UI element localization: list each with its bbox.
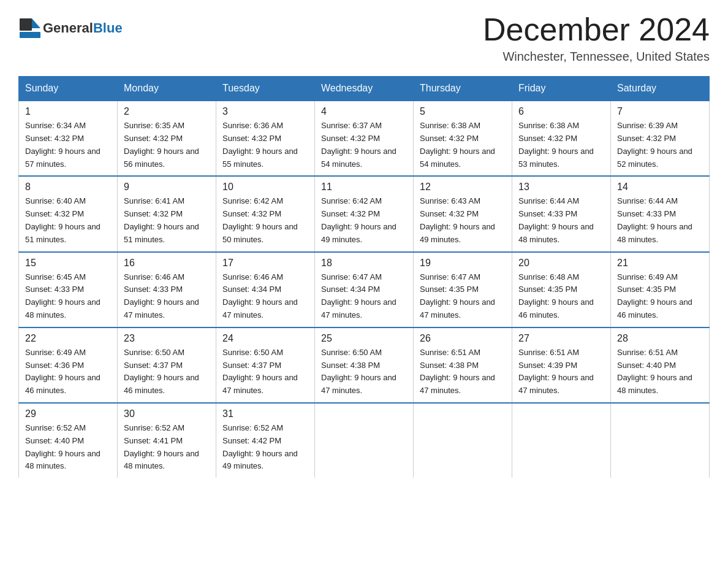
day-info: Sunrise: 6:51 AM Sunset: 4:40 PM Dayligh… <box>617 347 703 397</box>
week-row-3: 15 Sunrise: 6:45 AM Sunset: 4:33 PM Dayl… <box>19 252 710 327</box>
day-cell-4: 4 Sunrise: 6:37 AM Sunset: 4:32 PM Dayli… <box>315 101 414 176</box>
day-info: Sunrise: 6:42 AM Sunset: 4:32 PM Dayligh… <box>222 195 308 246</box>
day-cell-16: 16 Sunrise: 6:46 AM Sunset: 4:33 PM Dayl… <box>118 252 216 327</box>
day-info: Sunrise: 6:52 AM Sunset: 4:42 PM Dayligh… <box>222 422 308 473</box>
day-cell-1: 1 Sunrise: 6:34 AM Sunset: 4:32 PM Dayli… <box>19 101 118 176</box>
day-number: 4 <box>321 106 407 117</box>
logo-icon <box>18 17 40 39</box>
day-info: Sunrise: 6:50 AM Sunset: 4:37 PM Dayligh… <box>124 347 210 397</box>
header-wednesday: Wednesday <box>315 77 414 101</box>
location-subtitle: Winchester, Tennessee, United States <box>483 50 710 64</box>
day-number: 1 <box>25 106 111 117</box>
day-info: Sunrise: 6:41 AM Sunset: 4:32 PM Dayligh… <box>124 195 210 246</box>
day-info: Sunrise: 6:36 AM Sunset: 4:32 PM Dayligh… <box>222 120 308 170</box>
day-cell-25: 25 Sunrise: 6:50 AM Sunset: 4:38 PM Dayl… <box>315 327 414 403</box>
day-number: 8 <box>25 182 111 193</box>
day-info: Sunrise: 6:37 AM Sunset: 4:32 PM Dayligh… <box>321 120 407 170</box>
calendar-table: Sunday Monday Tuesday Wednesday Thursday… <box>18 76 710 478</box>
day-cell-14: 14 Sunrise: 6:44 AM Sunset: 4:33 PM Dayl… <box>611 176 710 251</box>
day-info: Sunrise: 6:38 AM Sunset: 4:32 PM Dayligh… <box>518 120 604 170</box>
day-number: 13 <box>518 182 604 193</box>
day-number: 14 <box>617 182 703 193</box>
day-cell-27: 27 Sunrise: 6:51 AM Sunset: 4:39 PM Dayl… <box>512 327 611 403</box>
logo-general-text: General <box>43 20 93 36</box>
day-number: 5 <box>420 106 506 117</box>
logo: GeneralBlue <box>18 17 123 39</box>
logo-blue-text: Blue <box>93 20 123 36</box>
header-monday: Monday <box>118 77 216 101</box>
svg-marker-1 <box>32 18 40 28</box>
day-cell-18: 18 Sunrise: 6:47 AM Sunset: 4:34 PM Dayl… <box>315 252 414 327</box>
weekday-header-row: Sunday Monday Tuesday Wednesday Thursday… <box>19 77 710 101</box>
day-number: 20 <box>518 258 604 269</box>
day-cell-10: 10 Sunrise: 6:42 AM Sunset: 4:32 PM Dayl… <box>216 176 315 251</box>
day-cell-20: 20 Sunrise: 6:48 AM Sunset: 4:35 PM Dayl… <box>512 252 611 327</box>
day-cell-22: 22 Sunrise: 6:49 AM Sunset: 4:36 PM Dayl… <box>19 327 118 403</box>
day-info: Sunrise: 6:46 AM Sunset: 4:34 PM Dayligh… <box>222 271 308 322</box>
month-title: December 2024 <box>483 12 710 47</box>
week-row-4: 22 Sunrise: 6:49 AM Sunset: 4:36 PM Dayl… <box>19 327 710 403</box>
day-number: 12 <box>420 182 506 193</box>
day-info: Sunrise: 6:42 AM Sunset: 4:32 PM Dayligh… <box>321 195 407 246</box>
day-number: 25 <box>321 333 407 344</box>
header-sunday: Sunday <box>19 77 118 101</box>
day-number: 7 <box>617 106 703 117</box>
day-number: 18 <box>321 258 407 269</box>
day-cell-21: 21 Sunrise: 6:49 AM Sunset: 4:35 PM Dayl… <box>611 252 710 327</box>
day-cell-13: 13 Sunrise: 6:44 AM Sunset: 4:33 PM Dayl… <box>512 176 611 251</box>
day-number: 6 <box>518 106 604 117</box>
day-cell-19: 19 Sunrise: 6:47 AM Sunset: 4:35 PM Dayl… <box>414 252 512 327</box>
day-info: Sunrise: 6:52 AM Sunset: 4:41 PM Dayligh… <box>124 422 210 473</box>
day-info: Sunrise: 6:50 AM Sunset: 4:38 PM Dayligh… <box>321 347 407 397</box>
day-cell-6: 6 Sunrise: 6:38 AM Sunset: 4:32 PM Dayli… <box>512 101 611 176</box>
day-info: Sunrise: 6:38 AM Sunset: 4:32 PM Dayligh… <box>420 120 506 170</box>
day-cell-15: 15 Sunrise: 6:45 AM Sunset: 4:33 PM Dayl… <box>19 252 118 327</box>
day-info: Sunrise: 6:44 AM Sunset: 4:33 PM Dayligh… <box>518 195 604 246</box>
day-cell-24: 24 Sunrise: 6:50 AM Sunset: 4:37 PM Dayl… <box>216 327 315 403</box>
day-cell-33 <box>414 403 512 478</box>
day-cell-11: 11 Sunrise: 6:42 AM Sunset: 4:32 PM Dayl… <box>315 176 414 251</box>
day-info: Sunrise: 6:46 AM Sunset: 4:33 PM Dayligh… <box>124 271 210 322</box>
day-info: Sunrise: 6:34 AM Sunset: 4:32 PM Dayligh… <box>25 120 111 170</box>
day-cell-8: 8 Sunrise: 6:40 AM Sunset: 4:32 PM Dayli… <box>19 176 118 251</box>
day-info: Sunrise: 6:35 AM Sunset: 4:32 PM Dayligh… <box>124 120 210 170</box>
week-row-2: 8 Sunrise: 6:40 AM Sunset: 4:32 PM Dayli… <box>19 176 710 251</box>
day-cell-34 <box>512 403 611 478</box>
day-number: 3 <box>222 106 308 117</box>
day-number: 17 <box>222 258 308 269</box>
day-cell-7: 7 Sunrise: 6:39 AM Sunset: 4:32 PM Dayli… <box>611 101 710 176</box>
day-number: 28 <box>617 333 703 344</box>
day-number: 21 <box>617 258 703 269</box>
day-number: 26 <box>420 333 506 344</box>
day-number: 29 <box>25 408 111 419</box>
day-info: Sunrise: 6:43 AM Sunset: 4:32 PM Dayligh… <box>420 195 506 246</box>
day-number: 24 <box>222 333 308 344</box>
day-number: 11 <box>321 182 407 193</box>
svg-rect-2 <box>20 32 40 38</box>
day-info: Sunrise: 6:51 AM Sunset: 4:38 PM Dayligh… <box>420 347 506 397</box>
day-cell-3: 3 Sunrise: 6:36 AM Sunset: 4:32 PM Dayli… <box>216 101 315 176</box>
day-cell-35 <box>611 403 710 478</box>
day-cell-29: 29 Sunrise: 6:52 AM Sunset: 4:40 PM Dayl… <box>19 403 118 478</box>
day-info: Sunrise: 6:45 AM Sunset: 4:33 PM Dayligh… <box>25 271 111 322</box>
day-cell-23: 23 Sunrise: 6:50 AM Sunset: 4:37 PM Dayl… <box>118 327 216 403</box>
title-area: December 2024 Winchester, Tennessee, Uni… <box>483 12 710 64</box>
header-tuesday: Tuesday <box>216 77 315 101</box>
day-info: Sunrise: 6:44 AM Sunset: 4:33 PM Dayligh… <box>617 195 703 246</box>
day-cell-26: 26 Sunrise: 6:51 AM Sunset: 4:38 PM Dayl… <box>414 327 512 403</box>
day-info: Sunrise: 6:39 AM Sunset: 4:32 PM Dayligh… <box>617 120 703 170</box>
day-number: 9 <box>124 182 210 193</box>
day-cell-9: 9 Sunrise: 6:41 AM Sunset: 4:32 PM Dayli… <box>118 176 216 251</box>
day-info: Sunrise: 6:49 AM Sunset: 4:36 PM Dayligh… <box>25 347 111 397</box>
day-cell-5: 5 Sunrise: 6:38 AM Sunset: 4:32 PM Dayli… <box>414 101 512 176</box>
day-number: 27 <box>518 333 604 344</box>
day-number: 30 <box>124 408 210 419</box>
day-info: Sunrise: 6:49 AM Sunset: 4:35 PM Dayligh… <box>617 271 703 322</box>
day-number: 31 <box>222 408 308 419</box>
header-saturday: Saturday <box>611 77 710 101</box>
day-number: 23 <box>124 333 210 344</box>
day-cell-17: 17 Sunrise: 6:46 AM Sunset: 4:34 PM Dayl… <box>216 252 315 327</box>
svg-rect-0 <box>20 18 32 31</box>
day-number: 2 <box>124 106 210 117</box>
day-cell-32 <box>315 403 414 478</box>
